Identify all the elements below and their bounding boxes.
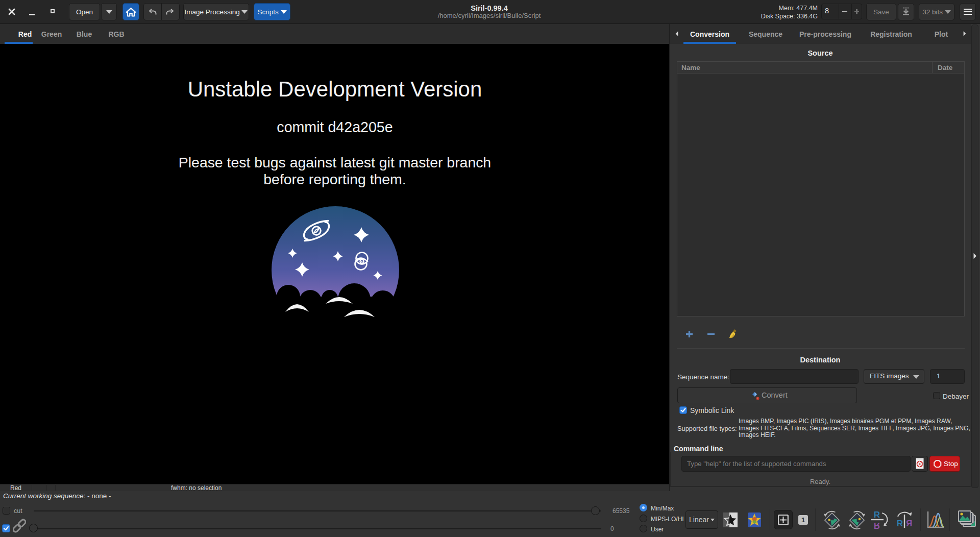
svg-text:R: R [874,510,880,520]
svg-text:R: R [874,521,880,530]
svg-text:R: R [906,519,912,528]
svg-text:R: R [897,519,903,528]
